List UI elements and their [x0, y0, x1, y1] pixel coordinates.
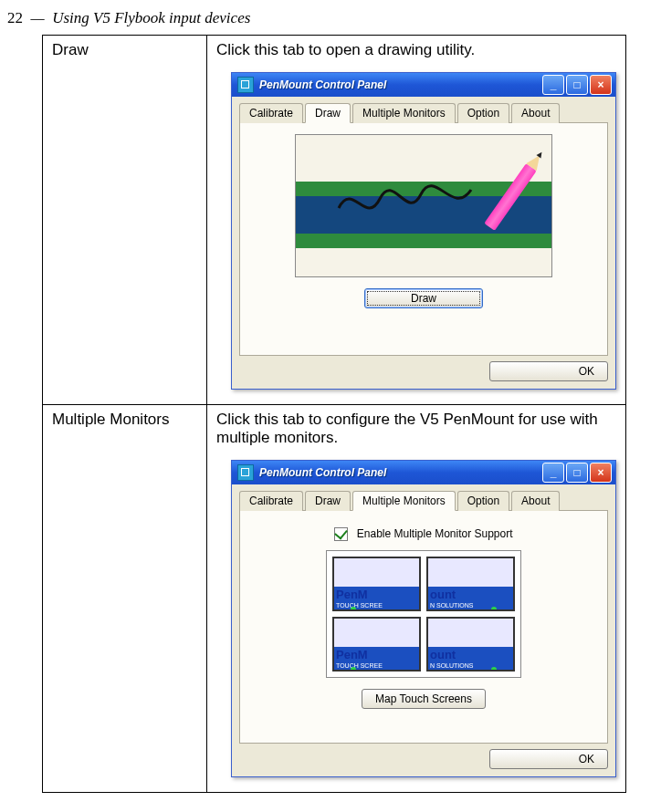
monitor-thumb[interactable]: PenM TOUCH SCREE — [332, 557, 421, 611]
app-icon — [237, 77, 254, 93]
ok-button[interactable]: OK — [489, 749, 608, 769]
led-dot-icon — [491, 667, 497, 671]
row-label-draw: Draw — [43, 36, 207, 405]
tabs: Calibrate Draw Multiple Monitors Option … — [239, 102, 608, 123]
titlebar[interactable]: PenMount Control Panel _ □ × — [232, 73, 615, 97]
monitor-sub: N SOLUTIONS — [428, 601, 513, 609]
pencil-icon — [484, 163, 536, 231]
close-button[interactable]: × — [590, 75, 612, 95]
page-header: 22 — Using V5 Flybook input devices — [0, 0, 661, 35]
maximize-button[interactable]: □ — [566, 75, 588, 95]
enable-multi-monitor-label: Enable Multiple Monitor Support — [357, 527, 513, 540]
led-dot-icon — [491, 607, 497, 611]
minimize-button[interactable]: _ — [542, 463, 564, 483]
row-desc-multiple-monitors: Click this tab to configure the V5 PenMo… — [216, 411, 616, 447]
tab-option[interactable]: Option — [457, 103, 509, 123]
monitor-logo: PenM — [334, 588, 419, 601]
minimize-button[interactable]: _ — [542, 75, 564, 95]
draw-button[interactable]: Draw — [364, 288, 483, 308]
tab-multiple-monitors[interactable]: Multiple Monitors — [352, 103, 456, 123]
window-title: PenMount Control Panel — [259, 78, 542, 91]
monitor-thumb[interactable]: PenM TOUCH SCREE — [332, 617, 421, 671]
led-dot-icon — [351, 607, 356, 611]
monitor-logo: PenM — [334, 648, 419, 661]
tab-about[interactable]: About — [511, 103, 560, 123]
monitor-logo: ount — [428, 648, 513, 661]
feature-table: Draw Click this tab to open a drawing ut… — [42, 35, 626, 793]
penmount-window-multi: PenMount Control Panel _ □ × Calibrate D… — [231, 460, 616, 777]
window-title: PenMount Control Panel — [259, 466, 542, 479]
scribble-icon — [334, 172, 489, 235]
monitor-sub: TOUCH SCREE — [334, 661, 419, 670]
tab-draw[interactable]: Draw — [305, 491, 351, 511]
page-number: 22 — [7, 9, 23, 26]
app-icon — [237, 464, 254, 481]
map-touch-screens-button[interactable]: Map Touch Screens — [362, 689, 486, 709]
penmount-window-draw: PenMount Control Panel _ □ × Calibrate D… — [231, 72, 616, 390]
tab-multiple-monitors[interactable]: Multiple Monitors — [352, 491, 456, 511]
row-content-multiple-monitors: Click this tab to configure the V5 PenMo… — [207, 405, 626, 793]
monitor-sub: TOUCH SCREE — [334, 601, 419, 609]
monitor-logo: ount — [428, 588, 513, 601]
enable-multi-monitor-checkbox[interactable] — [334, 527, 348, 541]
titlebar[interactable]: PenMount Control Panel _ □ × — [232, 461, 615, 484]
tab-calibrate[interactable]: Calibrate — [239, 103, 303, 123]
close-button[interactable]: × — [590, 463, 612, 483]
tab-about[interactable]: About — [511, 491, 560, 511]
monitor-sub: N SOLUTIONS — [428, 661, 513, 670]
row-content-draw: Click this tab to open a drawing utility… — [207, 36, 626, 405]
tab-draw[interactable]: Draw — [305, 103, 351, 123]
tab-calibrate[interactable]: Calibrate — [239, 491, 303, 511]
tab-option[interactable]: Option — [457, 491, 509, 511]
monitor-thumb[interactable]: ount N SOLUTIONS — [426, 557, 515, 611]
table-row: Draw Click this tab to open a drawing ut… — [43, 36, 626, 405]
ok-button[interactable]: OK — [489, 361, 608, 381]
draw-canvas[interactable] — [295, 134, 552, 277]
tabs: Calibrate Draw Multiple Monitors Option … — [239, 490, 608, 511]
led-dot-icon — [351, 667, 356, 671]
monitor-thumb[interactable]: ount N SOLUTIONS — [426, 617, 515, 671]
monitor-grid[interactable]: PenM TOUCH SCREE ount N SOLUTIONS — [326, 550, 521, 678]
row-label-multiple-monitors: Multiple Monitors — [43, 405, 207, 793]
maximize-button[interactable]: □ — [566, 463, 588, 483]
row-desc-draw: Click this tab to open a drawing utility… — [216, 41, 616, 59]
section-title: Using V5 Flybook input devices — [52, 9, 250, 26]
table-row: Multiple Monitors Click this tab to conf… — [43, 405, 626, 793]
